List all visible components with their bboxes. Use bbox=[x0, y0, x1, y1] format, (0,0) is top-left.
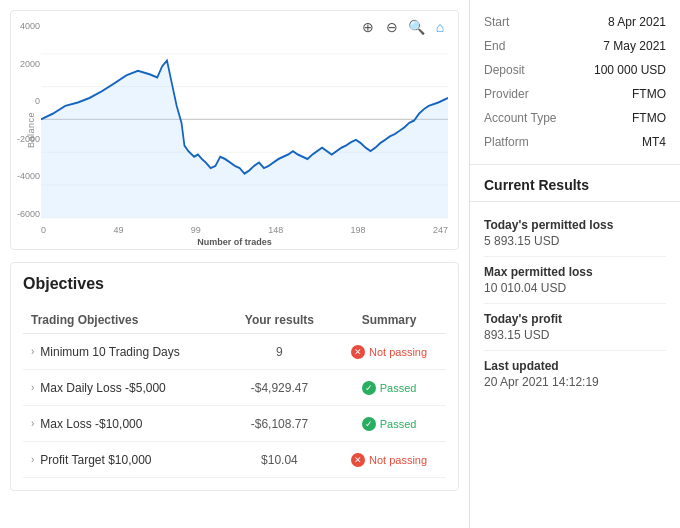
result-row: Today's permitted loss 5 893.15 USD bbox=[484, 210, 666, 257]
chart-x-axis-label: Number of trades bbox=[197, 237, 272, 247]
result-row: Max permitted loss 10 010.04 USD bbox=[484, 257, 666, 304]
current-results-title: Current Results bbox=[470, 165, 680, 202]
col-header-summary: Summary bbox=[332, 307, 446, 334]
info-row: Deposit 100 000 USD bbox=[484, 58, 666, 82]
table-row: › Profit Target $10,000 $10.04 ✕ Not pas… bbox=[23, 442, 446, 478]
result-value: 20 Apr 2021 14:12:19 bbox=[484, 375, 666, 389]
col-header-objective: Trading Objectives bbox=[23, 307, 227, 334]
objective-status: ✕ Not passing bbox=[332, 334, 446, 370]
table-row: › Max Daily Loss -$5,000 -$4,929.47 ✓ Pa… bbox=[23, 370, 446, 406]
zoom-minus-icon[interactable]: ⊖ bbox=[382, 17, 402, 37]
right-panel: Start 8 Apr 2021 End 7 May 2021 Deposit … bbox=[470, 0, 680, 528]
result-value: 893.15 USD bbox=[484, 328, 666, 342]
result-label: Today's permitted loss bbox=[484, 218, 666, 232]
status-badge: ✕ Not passing bbox=[351, 453, 427, 467]
objective-result: -$4,929.47 bbox=[227, 370, 332, 406]
info-row: Start 8 Apr 2021 bbox=[484, 10, 666, 34]
info-value: 8 Apr 2021 bbox=[608, 15, 666, 29]
chart-svg bbox=[41, 21, 448, 219]
objective-status: ✓ Passed bbox=[332, 370, 446, 406]
main-container: ⊕ ⊖ 🔍 ⌂ Balance 4000 2000 0 -2000 -4000 … bbox=[0, 0, 680, 528]
result-row: Today's profit 893.15 USD bbox=[484, 304, 666, 351]
chevron-icon: › bbox=[31, 454, 34, 465]
info-value: MT4 bbox=[642, 135, 666, 149]
objective-status: ✕ Not passing bbox=[332, 442, 446, 478]
info-value: FTMO bbox=[632, 87, 666, 101]
chart-toolbar: ⊕ ⊖ 🔍 ⌂ bbox=[358, 17, 450, 37]
info-label: Account Type bbox=[484, 111, 557, 125]
info-row: Account Type FTMO bbox=[484, 106, 666, 130]
home-icon[interactable]: ⌂ bbox=[430, 17, 450, 37]
zoom-out-icon[interactable]: ⊕ bbox=[358, 17, 378, 37]
col-header-results: Your results bbox=[227, 307, 332, 334]
objective-result: 9 bbox=[227, 334, 332, 370]
objectives-table: Trading Objectives Your results Summary … bbox=[23, 307, 446, 478]
info-label: Deposit bbox=[484, 63, 525, 77]
status-dot: ✓ bbox=[362, 381, 376, 395]
objectives-section: Objectives Trading Objectives Your resul… bbox=[10, 262, 459, 491]
results-section: Today's permitted loss 5 893.15 USD Max … bbox=[470, 202, 680, 405]
search-icon[interactable]: 🔍 bbox=[406, 17, 426, 37]
info-row: Platform MT4 bbox=[484, 130, 666, 154]
chart-x-ticks: 0 49 99 148 198 247 bbox=[41, 225, 448, 235]
objective-result: -$6,108.77 bbox=[227, 406, 332, 442]
objective-label: › Minimum 10 Trading Days bbox=[23, 334, 227, 370]
info-value: 100 000 USD bbox=[594, 63, 666, 77]
info-value: 7 May 2021 bbox=[603, 39, 666, 53]
info-section: Start 8 Apr 2021 End 7 May 2021 Deposit … bbox=[470, 0, 680, 165]
chart-y-ticks: 4000 2000 0 -2000 -4000 -6000 bbox=[17, 21, 40, 219]
info-label: Platform bbox=[484, 135, 529, 149]
objective-label: › Max Loss -$10,000 bbox=[23, 406, 227, 442]
objective-label: › Profit Target $10,000 bbox=[23, 442, 227, 478]
objective-status: ✓ Passed bbox=[332, 406, 446, 442]
status-dot: ✓ bbox=[362, 417, 376, 431]
result-label: Max permitted loss bbox=[484, 265, 666, 279]
status-dot: ✕ bbox=[351, 453, 365, 467]
table-row: › Minimum 10 Trading Days 9 ✕ Not passin… bbox=[23, 334, 446, 370]
info-label: End bbox=[484, 39, 505, 53]
info-label: Start bbox=[484, 15, 509, 29]
info-row: Provider FTMO bbox=[484, 82, 666, 106]
info-value: FTMO bbox=[632, 111, 666, 125]
chevron-icon: › bbox=[31, 346, 34, 357]
chart-container: ⊕ ⊖ 🔍 ⌂ Balance 4000 2000 0 -2000 -4000 … bbox=[10, 10, 459, 250]
objectives-title: Objectives bbox=[23, 275, 446, 293]
status-badge: ✓ Passed bbox=[362, 381, 417, 395]
status-badge: ✓ Passed bbox=[362, 417, 417, 431]
result-label: Today's profit bbox=[484, 312, 666, 326]
info-label: Provider bbox=[484, 87, 529, 101]
info-row: End 7 May 2021 bbox=[484, 34, 666, 58]
result-value: 10 010.04 USD bbox=[484, 281, 666, 295]
objective-result: $10.04 bbox=[227, 442, 332, 478]
result-value: 5 893.15 USD bbox=[484, 234, 666, 248]
table-row: › Max Loss -$10,000 -$6,108.77 ✓ Passed bbox=[23, 406, 446, 442]
status-dot: ✕ bbox=[351, 345, 365, 359]
objective-label: › Max Daily Loss -$5,000 bbox=[23, 370, 227, 406]
chevron-icon: › bbox=[31, 382, 34, 393]
result-row: Last updated 20 Apr 2021 14:12:19 bbox=[484, 351, 666, 397]
chevron-icon: › bbox=[31, 418, 34, 429]
status-badge: ✕ Not passing bbox=[351, 345, 427, 359]
result-label: Last updated bbox=[484, 359, 666, 373]
left-panel: ⊕ ⊖ 🔍 ⌂ Balance 4000 2000 0 -2000 -4000 … bbox=[0, 0, 470, 528]
